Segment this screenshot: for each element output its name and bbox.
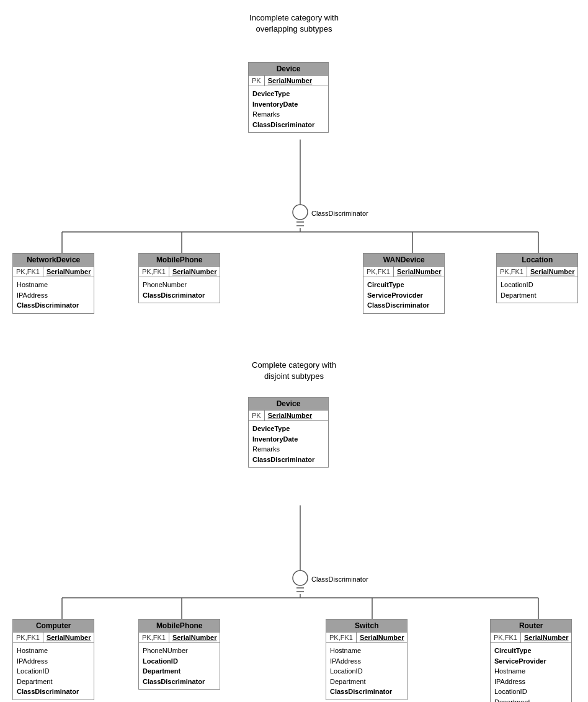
device-entity-2: Device PK SerialNumber DeviceType Invent… — [248, 397, 329, 468]
mobilephone-pk-row-2: PK,FK1 SerialNumber — [139, 633, 220, 643]
location-entity: Location PK,FK1 SerialNumber LocationID … — [496, 253, 578, 303]
wandevice-classdiscriminator: ClassDiscriminator — [367, 300, 440, 311]
svg-point-1 — [293, 205, 308, 220]
mobilephone-pk-label-1: PK,FK1 — [139, 267, 169, 277]
section-2: Complete category with disjoint subtypes… — [6, 360, 582, 702]
device-fields-2: DeviceType InventoryDate Remarks ClassDi… — [249, 421, 328, 467]
networkdevice-ipaddress: IPAddress — [17, 290, 90, 301]
switch-locationid: LocationID — [330, 666, 403, 677]
section-2-title: Complete category with disjoint subtypes — [6, 360, 582, 382]
router-pk-label: PK,FK1 — [491, 633, 521, 642]
networkdevice-pk-label: PK,FK1 — [13, 267, 43, 277]
computer-ipaddress: IPAddress — [17, 656, 90, 667]
switch-pk-label: PK,FK1 — [326, 633, 357, 642]
device-field-remarks-2: Remarks — [252, 444, 324, 455]
wandevice-entity: WANDevice PK,FK1 SerialNumber CircuitTyp… — [363, 253, 445, 314]
router-locationid: LocationID — [494, 686, 568, 697]
device-pk-label-2: PK — [249, 411, 265, 420]
device-pk-field-1: SerialNumber — [265, 76, 316, 86]
class-discriminator-label-2: ClassDiscriminator — [311, 575, 368, 583]
device-pk-row-2: PK SerialNumber — [249, 411, 328, 421]
router-entity: Router PK,FK1 SerialNumber CircuitType S… — [490, 619, 572, 702]
mobilephone-entity-2: MobilePhone PK,FK1 SerialNumber PhoneNUm… — [138, 619, 220, 690]
computer-entity: Computer PK,FK1 SerialNumber Hostname IP… — [12, 619, 94, 700]
wandevice-header: WANDevice — [363, 254, 444, 267]
switch-hostname: Hostname — [330, 646, 403, 656]
switch-header: Switch — [326, 620, 407, 633]
networkdevice-classdiscriminator: ClassDiscriminator — [17, 300, 90, 311]
computer-fields: Hostname IPAddress LocationID Department… — [13, 643, 94, 700]
device-field-classdiscriminator-2: ClassDiscriminator — [252, 455, 324, 465]
switch-entity: Switch PK,FK1 SerialNumber Hostname IPAd… — [326, 619, 408, 700]
mobilephone-entity-1: MobilePhone PK,FK1 SerialNumber PhoneNum… — [138, 253, 220, 303]
device-field-classdiscriminator-1: ClassDiscriminator — [252, 120, 324, 130]
wandevice-fields: CircuitType ServiceProvicder ClassDiscri… — [363, 277, 444, 313]
location-locationid: LocationID — [501, 280, 574, 290]
location-header: Location — [497, 254, 577, 267]
networkdevice-header: NetworkDevice — [13, 254, 94, 267]
class-discriminator-label-1: ClassDiscriminator — [311, 210, 368, 217]
wandevice-pk-row: PK,FK1 SerialNumber — [363, 267, 444, 277]
device-fields-1: DeviceType InventoryDate Remarks ClassDi… — [249, 86, 328, 132]
device-field-devicetype-2: DeviceType — [252, 424, 324, 434]
mobilephone-phonenumber-2: PhoneNUmber — [143, 646, 216, 656]
device-field-inventorydate-1: InventoryDate — [252, 99, 324, 110]
router-ipaddress: IPAddress — [494, 677, 568, 687]
router-hostname: Hostname — [494, 666, 568, 677]
mobilephone-pk-label-2: PK,FK1 — [139, 633, 169, 642]
networkdevice-hostname: Hostname — [17, 280, 90, 290]
networkdevice-pk-field: SerialNumber — [43, 267, 94, 277]
wandevice-serviceprovicder: ServiceProvicder — [367, 290, 440, 301]
mobilephone-classdiscriminator-1: ClassDiscriminator — [143, 290, 216, 301]
switch-fields: Hostname IPAddress LocationID Department… — [326, 643, 407, 700]
computer-classdiscriminator: ClassDiscriminator — [17, 686, 90, 697]
device-entity-1: Device PK SerialNumber DeviceType Invent… — [248, 62, 329, 133]
mobilephone-header-2: MobilePhone — [139, 620, 220, 633]
router-department: Department — [494, 697, 568, 703]
networkdevice-pk-row: PK,FK1 SerialNumber — [13, 267, 94, 277]
switch-pk-row: PK,FK1 SerialNumber — [326, 633, 407, 643]
section-1: Incomplete category with overlapping sub… — [6, 12, 582, 335]
mobilephone-pk-row-1: PK,FK1 SerialNumber — [139, 267, 220, 277]
location-pk-label: PK,FK1 — [497, 267, 527, 277]
router-circuittype: CircuitType — [494, 646, 568, 656]
networkdevice-fields: Hostname IPAddress ClassDiscriminator — [13, 277, 94, 313]
location-fields: LocationID Department — [497, 277, 577, 303]
device-pk-field-2: SerialNumber — [265, 411, 316, 420]
switch-ipaddress: IPAddress — [330, 656, 403, 667]
mobilephone-header-1: MobilePhone — [139, 254, 220, 267]
mobilephone-pk-field-1: SerialNumber — [169, 267, 220, 277]
svg-point-11 — [293, 571, 308, 585]
router-fields: CircuitType ServiceProvider Hostname IPA… — [491, 643, 571, 702]
computer-pk-row: PK,FK1 SerialNumber — [13, 633, 94, 643]
mobilephone-fields-2: PhoneNUmber LocationID Department ClassD… — [139, 643, 220, 689]
networkdevice-entity: NetworkDevice PK,FK1 SerialNumber Hostna… — [12, 253, 94, 314]
location-department: Department — [501, 290, 574, 301]
computer-department: Department — [17, 677, 90, 687]
main-container: Incomplete category with overlapping sub… — [0, 0, 588, 702]
mobilephone-classdiscriminator-2: ClassDiscriminator — [143, 677, 216, 687]
computer-header: Computer — [13, 620, 94, 633]
mobilephone-pk-field-2: SerialNumber — [169, 633, 220, 642]
computer-pk-label: PK,FK1 — [13, 633, 43, 642]
computer-locationid: LocationID — [17, 666, 90, 677]
section-1-title: Incomplete category with overlapping sub… — [6, 12, 582, 35]
device-header-2: Device — [249, 398, 328, 411]
mobilephone-fields-1: PhoneNumber ClassDiscriminator — [139, 277, 220, 303]
wandevice-pk-field: SerialNumber — [394, 267, 445, 277]
switch-pk-field: SerialNumber — [357, 633, 408, 642]
router-serviceprovider: ServiceProvider — [494, 656, 568, 667]
switch-department: Department — [330, 677, 403, 687]
mobilephone-locationid-2: LocationID — [143, 656, 216, 667]
mobilephone-department-2: Department — [143, 666, 216, 677]
computer-pk-field: SerialNumber — [43, 633, 94, 642]
device-field-inventorydate-2: InventoryDate — [252, 434, 324, 445]
wandevice-pk-label: PK,FK1 — [363, 267, 394, 277]
computer-hostname: Hostname — [17, 646, 90, 656]
device-pk-row-1: PK SerialNumber — [249, 76, 328, 86]
router-pk-row: PK,FK1 SerialNumber — [491, 633, 571, 643]
device-pk-label-1: PK — [249, 76, 265, 86]
router-pk-field: SerialNumber — [521, 633, 572, 642]
device-header-1: Device — [249, 63, 328, 76]
location-pk-field: SerialNumber — [527, 267, 578, 277]
